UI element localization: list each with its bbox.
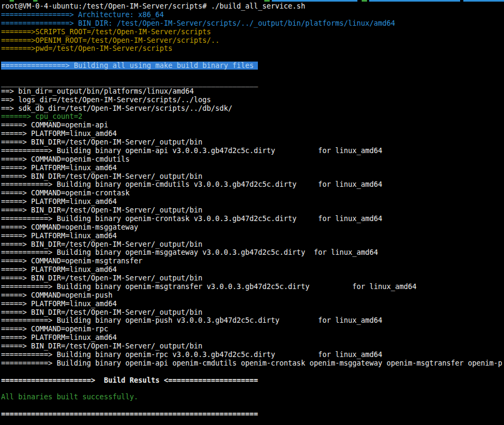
openim-root-line: =======>OPENIM_ROOT=/test/Open-IM-Server… (1, 36, 504, 45)
build-all-binaries-line: ===========> Building binary openim-api … (1, 359, 504, 368)
terminal-line: ==> bin_dir=_output/bin/platforms/linux/… (1, 87, 504, 96)
terminal-line: =====> PLATFORM=linux_amd64 (1, 333, 504, 342)
terminal-line: ===========> Building binary openim-msgg… (1, 248, 504, 257)
terminal-line: =====> PLATFORM=linux_amd64 (1, 198, 504, 206)
terminal-line: =====> COMMAND=openim-cmdutils (1, 155, 504, 164)
terminal-line (1, 384, 504, 393)
terminal-line (1, 368, 504, 376)
blue-text-fragment (369, 0, 460, 2)
bottom-separator: ========================================… (1, 410, 504, 419)
terminal-line (1, 70, 504, 79)
terminal-line: =====> BIN_DIR=/test/Open-IM-Server/_out… (1, 308, 504, 317)
terminal-line: =====> PLATFORM=linux_amd64 (1, 265, 504, 274)
terminal-line (1, 53, 504, 62)
terminal-line: =====> BIN_DIR=/test/Open-IM-Server/_out… (1, 240, 504, 249)
terminal-line: =====> COMMAND=openim-rpc (1, 325, 504, 333)
green-text-fragment (10, 0, 14, 2)
terminal-line: =====> BIN_DIR=/test/Open-IM-Server/_out… (1, 172, 504, 181)
terminal-output: root@VM-0-4-ubuntu:/test/Open-IM-Server/… (1, 2, 504, 419)
terminal-window: root@VM-0-4-ubuntu:/test/Open-IM-Server/… (0, 0, 504, 425)
terminal-line: ===========> Building binary openim-api … (1, 147, 504, 155)
terminal-line: =====> PLATFORM=linux_amd64 (1, 300, 504, 308)
terminal-line: ===========> Building binary openim-cron… (1, 215, 504, 223)
architecture-line: ================> Architecture: x86_64 (1, 11, 504, 19)
terminal-line: ===========> Building binary openim-cmdu… (1, 180, 504, 189)
bin-dir-line: ================> BIN_DIR: /test/Open-IM… (1, 19, 504, 28)
terminal-line: =====> PLATFORM=linux_amd64 (1, 130, 504, 138)
shell-command-line: root@VM-0-4-ubuntu:/test/Open-IM-Server/… (1, 2, 504, 11)
terminal-line: =====> COMMAND=openim-push (1, 291, 504, 300)
build-banner-highlighted: ===============> Building all using make… (1, 62, 504, 70)
green-text-fragment (264, 0, 270, 2)
cpu-count-line: ======> cpu_count=2 (1, 112, 504, 121)
build-results-header: =====================> Build Results <==… (1, 376, 504, 385)
terminal-line: ===========> Building binary openim-push… (1, 316, 504, 325)
terminal-line: =====> BIN_DIR=/test/Open-IM-Server/_out… (1, 206, 504, 215)
scripts-root-line: =======>SCRIPTS_ROOT=/test/Open-IM-Serve… (1, 28, 504, 36)
pwd-line: =======>pwd=/test/Open-IM-Server/scripts (1, 44, 504, 53)
terminal-line: =====> PLATFORM=linux_amd64 (1, 164, 504, 172)
terminal-line: ==> logs_dir=/test/Open-IM-Server/script… (1, 96, 504, 104)
green-text-fragment (362, 0, 367, 2)
blue-text-fragment (463, 0, 504, 2)
underscore-divider: ________________________________________… (1, 79, 504, 87)
terminal-line: =====> BIN_DIR=/test/Open-IM-Server/_out… (1, 138, 504, 147)
terminal-line: =====> BIN_DIR=/test/Open-IM-Server/_out… (1, 342, 504, 351)
build-success-message: All binaries built successfully. (1, 393, 504, 401)
green-text-fragment (33, 0, 37, 2)
terminal-line: ===========> Building binary openim-msgt… (1, 283, 504, 291)
terminal-line: =====> BIN_DIR=/test/Open-IM-Server/_out… (1, 274, 504, 283)
terminal-line: =====> COMMAND=openim-msgtransfer (1, 257, 504, 265)
terminal-line: =====> COMMAND=openim-crontask (1, 189, 504, 198)
blue-text-fragment (272, 0, 357, 2)
terminal-line: ==> sdk_db_dir=/test/Open-IM-Server/scri… (1, 104, 504, 113)
terminal-line (1, 401, 504, 410)
terminal-line: =====> COMMAND=openim-api (1, 121, 504, 130)
terminal-line: =====> PLATFORM=linux_amd64 (1, 232, 504, 240)
terminal-line: =====> COMMAND=openim-msggateway (1, 223, 504, 232)
terminal-line: ===========> Building binary openim-rpc … (1, 351, 504, 359)
